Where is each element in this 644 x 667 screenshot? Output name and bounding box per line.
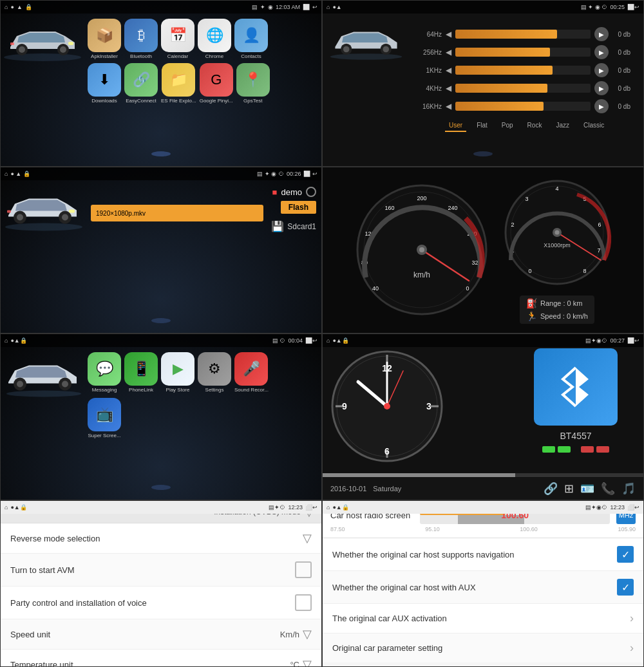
app-downloads[interactable]: ⬇ Downloads xyxy=(88,63,121,104)
temp-unit-arrow[interactable]: ▽ xyxy=(303,657,312,667)
app-easyconnect[interactable]: 🔗 EasyConnect xyxy=(124,63,158,104)
sim-icon: ▤ xyxy=(252,4,258,10)
eq-btn-16khz[interactable]: ▶ xyxy=(594,99,609,113)
flash-button[interactable]: Flash xyxy=(281,201,316,214)
aux-label: Whether the original car host with AUX xyxy=(332,583,476,592)
radio-row-aux-act: The original car AUX activation › xyxy=(323,604,643,634)
app2-row-2: 📺 Super Scree... xyxy=(88,398,318,438)
progress-fill xyxy=(323,473,515,477)
link-icon[interactable]: 🔗 xyxy=(544,482,558,496)
eq-btn-64hz[interactable]: ▶ xyxy=(594,27,609,41)
grid-icon[interactable]: ⊞ xyxy=(564,482,574,496)
status-bar-2: ⌂ ●▲ ▤ ✦ ◉ ⏲ 00:25 ⬜↩ xyxy=(323,1,643,14)
nav-prev-icon[interactable]: ⬜ xyxy=(303,4,310,10)
app-settings[interactable]: ⚙ Settings xyxy=(198,352,231,393)
music-icon-bt[interactable]: 🎵 xyxy=(621,482,636,496)
date-label: 2016-10-01 xyxy=(330,485,366,493)
time-3: 00:26 xyxy=(287,171,301,177)
settings-row-voice: Party control and installation of voice xyxy=(1,587,321,619)
cell-app-grid2: ⌂●▲🔒 ▤ ⏲ 00:04 ⬜↩ 💬 xyxy=(0,334,322,500)
eq-btn-256hz[interactable]: ▶ xyxy=(594,45,609,59)
svg-text:0: 0 xyxy=(466,285,469,292)
app-phonelink[interactable]: 📱 PhoneLink xyxy=(124,352,158,393)
svg-point-7 xyxy=(330,53,402,60)
sdcard-icon: 💾 xyxy=(271,220,284,232)
bt-icon: ✦ xyxy=(260,4,265,10)
eq-fill-1khz xyxy=(455,66,553,75)
eq-row-4khz: 4KHz ◀ ▶ 0 db xyxy=(419,81,630,95)
status-bar-7: ⌂●▲🔒 ▤✦⏲ 12:23 ⬜↩ xyxy=(1,501,321,514)
progress-bar xyxy=(323,473,643,477)
aux-act-arrow[interactable]: › xyxy=(630,612,634,625)
svg-rect-17 xyxy=(69,210,75,213)
voice-checkbox[interactable] xyxy=(295,594,312,611)
status-bar-6: ⌂●▲🔒 ▤✦◉⏲ 00:27 ⬜↩ xyxy=(323,334,643,347)
preset-rock[interactable]: Rock xyxy=(524,120,546,132)
avm-checkbox[interactable] xyxy=(295,561,312,578)
car-image-3 xyxy=(1,185,91,237)
gauge-area: 200 240 280 320 160 120 80 40 0 km/h xyxy=(350,167,617,333)
nav-support-label: Whether the original car host supports n… xyxy=(332,550,515,559)
sdcard-label[interactable]: Sdcard1 xyxy=(287,222,316,231)
card-icon[interactable]: 🪪 xyxy=(580,482,594,496)
eq-btn-1khz[interactable]: ▶ xyxy=(594,63,609,77)
param-arrow[interactable]: › xyxy=(630,641,634,655)
app-googlepinyin[interactable]: G Google Pinyi... xyxy=(200,63,233,104)
svg-text:7: 7 xyxy=(597,247,600,254)
bt-bottom-bar: 2016-10-01 Saturday 🔗 ⊞ 🪪 📞 🎵 xyxy=(323,478,643,500)
eq-btn-4khz[interactable]: ▶ xyxy=(594,81,609,95)
status-bar-3: ⌂ ● ▲ 🔒 ▤ ✦ ◉ ⏲ 00:26 ⬜ ↩ xyxy=(1,167,321,180)
aux-act-label: The original car AUX activation xyxy=(332,614,447,623)
preset-classic[interactable]: Classic xyxy=(580,120,608,132)
aux-check[interactable]: ✓ xyxy=(617,579,634,596)
app-grid2-container: 💬 Messaging 📱 PhoneLink ▶ Play Store ⚙ S… xyxy=(88,352,318,438)
app-esfile[interactable]: 📁 ES File Explo... xyxy=(161,63,196,104)
app-bluetooth[interactable]: ₿ Bluetooth xyxy=(124,19,158,59)
svg-rect-5 xyxy=(68,42,73,45)
reverse-arrow[interactable]: ▽ xyxy=(303,531,312,545)
temp-unit-label: Temperature unit xyxy=(10,660,73,668)
app-gpstest[interactable]: 📍 GpsTest xyxy=(236,63,270,104)
app-soundrecorder[interactable]: 🎤 Sound Recor... xyxy=(234,352,269,393)
svg-point-51 xyxy=(17,381,23,388)
app-contacts[interactable]: 👤 Contacts xyxy=(234,19,268,59)
phone-icon[interactable]: 📞 xyxy=(601,482,615,496)
cell-app-grid: ⌂ ● ▲ 🔒 ▤ ✦ ◉ 12:03 AM ⬜ ↩ xyxy=(0,0,322,167)
demo-radio[interactable] xyxy=(306,187,316,197)
app-calendar[interactable]: 📅 Calendar xyxy=(161,19,194,59)
svg-text:8: 8 xyxy=(583,268,586,274)
back-icon[interactable]: ↩ xyxy=(312,4,317,10)
home-icon-2[interactable]: ⌂ xyxy=(327,4,330,10)
eq-row-1khz: 1KHz ◀ ▶ 0 db xyxy=(419,63,630,77)
preset-flat[interactable]: Flat xyxy=(473,120,491,132)
status-bar-8: ⌂●▲🔒 ▤✦◉⏲ 12:23 ⬜↩ xyxy=(323,501,643,514)
svg-point-0 xyxy=(4,53,81,61)
bt-status-dots xyxy=(515,446,637,453)
svg-rect-18 xyxy=(7,211,11,213)
preset-user[interactable]: User xyxy=(445,120,466,132)
loc-icon: ◉ xyxy=(268,4,273,10)
svg-point-14 xyxy=(17,214,23,221)
app-superscreen[interactable]: 📺 Super Scree... xyxy=(88,398,121,438)
preset-pop[interactable]: Pop xyxy=(498,120,517,132)
settings-row-reverse: Reverse mode selection ▽ xyxy=(1,523,321,554)
nav-check[interactable]: ✓ xyxy=(617,546,634,563)
svg-point-67 xyxy=(384,403,390,409)
file-name: 1920×1080p.mkv xyxy=(96,210,146,217)
app-chrome[interactable]: 🌐 Chrome xyxy=(198,19,231,59)
demo-bullet: ■ xyxy=(272,187,278,197)
svg-point-4 xyxy=(60,46,66,53)
source-selector: ■ demo Flash 💾 Sdcard1 xyxy=(271,187,316,232)
eq-fill-4khz xyxy=(455,84,547,93)
app-messaging[interactable]: 💬 Messaging xyxy=(88,352,121,393)
app-apkinstaller[interactable]: 📦 ApkInstaller xyxy=(88,19,121,59)
lock-icon: 🔒 xyxy=(25,4,32,10)
speed-unit-label: Speed unit xyxy=(10,630,50,639)
app-playstore[interactable]: ▶ Play Store xyxy=(161,352,194,393)
preset-jazz[interactable]: Jazz xyxy=(552,120,573,132)
eq-row-256hz: 256Hz ◀ ▶ 0 db xyxy=(419,45,630,59)
speed-unit-arrow[interactable]: ▽ xyxy=(303,627,312,641)
time-2: 00:25 xyxy=(610,4,625,10)
home-icon[interactable]: ⌂ xyxy=(5,4,8,10)
cell-equalizer: ⌂ ●▲ ▤ ✦ ◉ ⏲ 00:25 ⬜↩ 64Hz xyxy=(322,0,644,167)
